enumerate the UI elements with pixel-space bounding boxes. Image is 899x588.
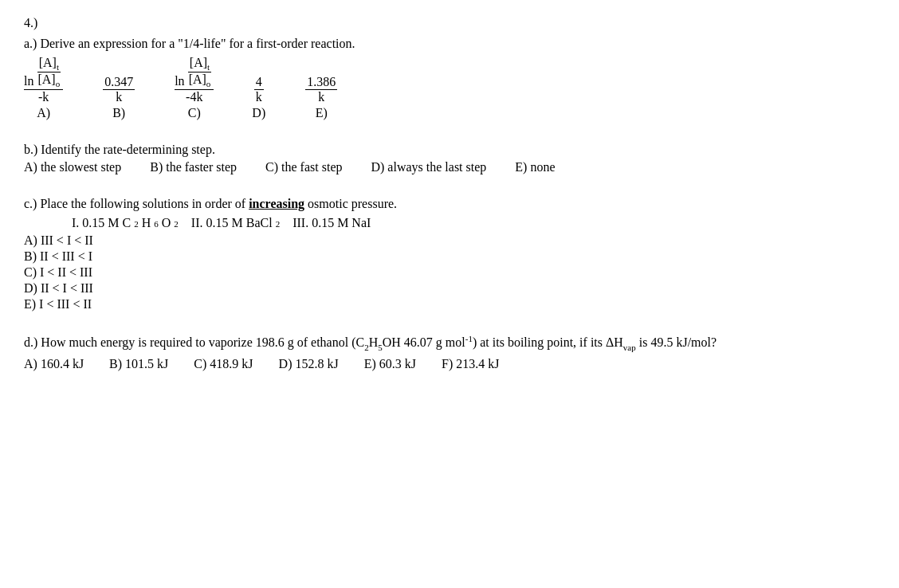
option-c: ln [A]t [A]o -4k C): [175, 56, 214, 120]
part-c-opt-b: B) II < III < I: [24, 249, 875, 264]
question-number: 4.): [24, 16, 875, 30]
part-b-block: b.) Identify the rate-determining step. …: [24, 143, 875, 174]
option-e: 1.386 k E): [304, 75, 339, 120]
part-d-block: d.) How much energy is required to vapor…: [24, 334, 875, 371]
part-d-options: A) 160.4 kJ B) 101.5 kJ C) 418.9 kJ D) 1…: [24, 357, 875, 371]
part-d-opt-c: C) 418.9 kJ: [194, 357, 253, 371]
part-b-opt-c: C) the fast step: [265, 160, 342, 174]
part-a-block: a.) Derive an expression for a "1/4-life…: [24, 37, 875, 120]
option-d: 4 k D): [252, 75, 265, 120]
part-c-label: c.) Place the following solutions in ord…: [24, 197, 875, 211]
part-d-label: d.) How much energy is required to vapor…: [24, 334, 869, 352]
option-a: ln [A]t [A]o -k A): [24, 56, 63, 120]
part-c-opt-a: A) III < I < II: [24, 233, 875, 248]
part-c-opt-c: C) I < II < III: [24, 265, 875, 280]
part-b-opt-b: B) the faster step: [150, 160, 237, 174]
part-c-block: c.) Place the following solutions in ord…: [24, 197, 875, 312]
part-c-opt-d: D) II < I < III: [24, 281, 875, 296]
part-b-opt-a: A) the slowest step: [24, 160, 121, 174]
part-d-opt-d: D) 152.8 kJ: [279, 357, 339, 371]
part-b-label: b.) Identify the rate-determining step.: [24, 143, 875, 157]
part-c-opt-e: E) I < III < II: [24, 297, 875, 312]
option-b: 0.347 k B): [101, 75, 136, 120]
part-c-solutions: I. 0.15 M C2H6O2 II. 0.15 M BaCl2 III. 0…: [72, 216, 875, 230]
part-a-label: a.) Derive an expression for a "1/4-life…: [24, 37, 875, 51]
part-d-opt-b: B) 101.5 kJ: [109, 357, 168, 371]
part-d-opt-f: F) 213.4 kJ: [442, 357, 499, 371]
part-b-opt-d: D) always the last step: [371, 160, 486, 174]
part-d-opt-a: A) 160.4 kJ: [24, 357, 84, 371]
part-b-options: A) the slowest step B) the faster step C…: [24, 160, 875, 174]
part-d-opt-e: E) 60.3 kJ: [364, 357, 416, 371]
part-b-opt-e: E) none: [515, 160, 555, 174]
part-c-options: A) III < I < II B) II < III < I C) I < I…: [24, 233, 875, 312]
